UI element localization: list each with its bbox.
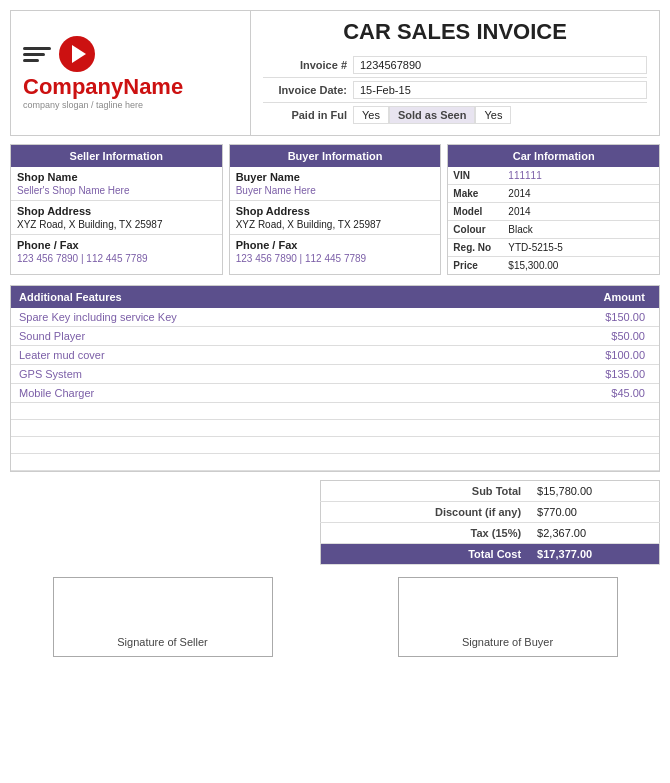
- car-model-value: 2014: [503, 203, 659, 221]
- buyer-name-label: Buyer Name: [230, 167, 441, 184]
- features-list: Spare Key including service Key$150.00So…: [11, 308, 659, 471]
- car-info-table: VIN 111111 Make 2014 Model 2014 Colour B…: [448, 167, 659, 274]
- company-tagline: company slogan / tagline here: [23, 100, 143, 110]
- features-section: Additional Features Amount Spare Key inc…: [10, 285, 660, 472]
- invoice-title: CAR SALES INVOICE: [263, 19, 647, 45]
- invoice-header: CompanyName company slogan / tagline her…: [10, 10, 660, 136]
- seller-address-value: XYZ Road, X Building, TX 25987: [11, 218, 222, 235]
- seller-signature-container: Signature of Seller: [53, 577, 273, 657]
- seller-shop-name-label: Shop Name: [11, 167, 222, 184]
- feature-row-4: Mobile Charger$45.00: [11, 384, 659, 403]
- buyer-signature-box: Signature of Buyer: [398, 577, 618, 657]
- seller-shop-name-value: Seller's Shop Name Here: [11, 184, 222, 201]
- feature-amount-4: $45.00: [551, 387, 651, 399]
- seller-phone-value: 123 456 7890 | 112 445 7789: [11, 252, 222, 268]
- totals-table: Sub Total $15,780.00 Discount (if any) $…: [320, 480, 660, 565]
- total-value: $17,377.00: [529, 544, 659, 565]
- car-price-value: $15,300.00: [503, 257, 659, 275]
- subtotal-label: Sub Total: [321, 481, 530, 502]
- logo-icon: [23, 36, 95, 72]
- seller-address-label: Shop Address: [11, 201, 222, 218]
- buyer-header: Buyer Information: [230, 145, 441, 167]
- car-make-value: 2014: [503, 185, 659, 203]
- buyer-phone-label: Phone / Fax: [230, 235, 441, 252]
- tax-row: Tax (15%) $2,367.00: [321, 523, 660, 544]
- invoice-fields: Invoice # 1234567890 Invoice Date: 15-Fe…: [263, 53, 647, 127]
- car-vin-label: VIN: [448, 167, 503, 185]
- discount-row: Discount (if any) $770.00: [321, 502, 660, 523]
- car-model-row: Model 2014: [448, 203, 659, 221]
- total-label: Total Cost: [321, 544, 530, 565]
- feature-row-8: [11, 454, 659, 471]
- invoice-number-value: 1234567890: [353, 56, 647, 74]
- subtotal-row: Sub Total $15,780.00: [321, 481, 660, 502]
- tax-value: $2,367.00: [529, 523, 659, 544]
- car-reg-value: YTD-5215-5: [503, 239, 659, 257]
- car-price-label: Price: [448, 257, 503, 275]
- seller-signature-label: Signature of Seller: [117, 636, 208, 648]
- features-header-amount: Amount: [551, 291, 651, 303]
- logo-section: CompanyName company slogan / tagline her…: [11, 11, 251, 135]
- feature-name-3: GPS System: [19, 368, 551, 380]
- total-row: Total Cost $17,377.00: [321, 544, 660, 565]
- buyer-address-label: Shop Address: [230, 201, 441, 218]
- subtotal-value: $15,780.00: [529, 481, 659, 502]
- car-info-col: Car Information VIN 111111 Make 2014 Mod…: [447, 144, 660, 275]
- totals-section: Sub Total $15,780.00 Discount (if any) $…: [10, 480, 660, 565]
- features-header-label: Additional Features: [19, 291, 551, 303]
- paid-value: Yes: [353, 106, 389, 124]
- logo-line-3: [23, 59, 39, 62]
- car-reg-label: Reg. No: [448, 239, 503, 257]
- feature-name-4: Mobile Charger: [19, 387, 551, 399]
- seller-info-col: Seller Information Shop Name Seller's Sh…: [10, 144, 223, 275]
- feature-name-0: Spare Key including service Key: [19, 311, 551, 323]
- invoice-date-row: Invoice Date: 15-Feb-15: [263, 78, 647, 103]
- car-header: Car Information: [448, 145, 659, 167]
- feature-row-0: Spare Key including service Key$150.00: [11, 308, 659, 327]
- car-model-label: Model: [448, 203, 503, 221]
- invoice-date-label: Invoice Date:: [263, 84, 353, 96]
- feature-name-1: Sound Player: [19, 330, 551, 342]
- paid-label: Paid in Ful: [263, 109, 353, 121]
- feature-row-5: [11, 403, 659, 420]
- feature-row-3: GPS System$135.00: [11, 365, 659, 384]
- logo-lines: [23, 47, 51, 62]
- logo-line-1: [23, 47, 51, 50]
- company-name: CompanyName: [23, 76, 183, 98]
- car-colour-label: Colour: [448, 221, 503, 239]
- feature-amount-3: $135.00: [551, 368, 651, 380]
- feature-row-7: [11, 437, 659, 454]
- car-colour-value: Black: [503, 221, 659, 239]
- logo-circle: [59, 36, 95, 72]
- invoice-date-value: 15-Feb-15: [353, 81, 647, 99]
- features-header: Additional Features Amount: [11, 286, 659, 308]
- car-make-label: Make: [448, 185, 503, 203]
- discount-label: Discount (if any): [321, 502, 530, 523]
- feature-amount-1: $50.00: [551, 330, 651, 342]
- invoice-title-section: CAR SALES INVOICE Invoice # 1234567890 I…: [251, 11, 659, 135]
- car-make-row: Make 2014: [448, 185, 659, 203]
- tax-label: Tax (15%): [321, 523, 530, 544]
- seller-phone-label: Phone / Fax: [11, 235, 222, 252]
- invoice-number-row: Invoice # 1234567890: [263, 53, 647, 78]
- feature-amount-0: $150.00: [551, 311, 651, 323]
- feature-row-1: Sound Player$50.00: [11, 327, 659, 346]
- car-colour-row: Colour Black: [448, 221, 659, 239]
- sold-as-seen-label: Sold as Seen: [389, 106, 475, 124]
- car-reg-row: Reg. No YTD-5215-5: [448, 239, 659, 257]
- feature-row-2: Leater mud cover$100.00: [11, 346, 659, 365]
- seller-header: Seller Information: [11, 145, 222, 167]
- feature-amount-2: $100.00: [551, 349, 651, 361]
- sold-value: Yes: [475, 106, 511, 124]
- car-vin-value: 111111: [503, 167, 659, 185]
- play-icon: [72, 45, 86, 63]
- discount-value: $770.00: [529, 502, 659, 523]
- logo-line-2: [23, 53, 45, 56]
- buyer-signature-label: Signature of Buyer: [462, 636, 553, 648]
- company-name-regular: Company: [23, 74, 123, 99]
- signatures: Signature of Seller Signature of Buyer: [10, 577, 660, 657]
- invoice-number-label: Invoice #: [263, 59, 353, 71]
- car-vin-row: VIN 111111: [448, 167, 659, 185]
- buyer-signature-container: Signature of Buyer: [398, 577, 618, 657]
- seller-signature-box: Signature of Seller: [53, 577, 273, 657]
